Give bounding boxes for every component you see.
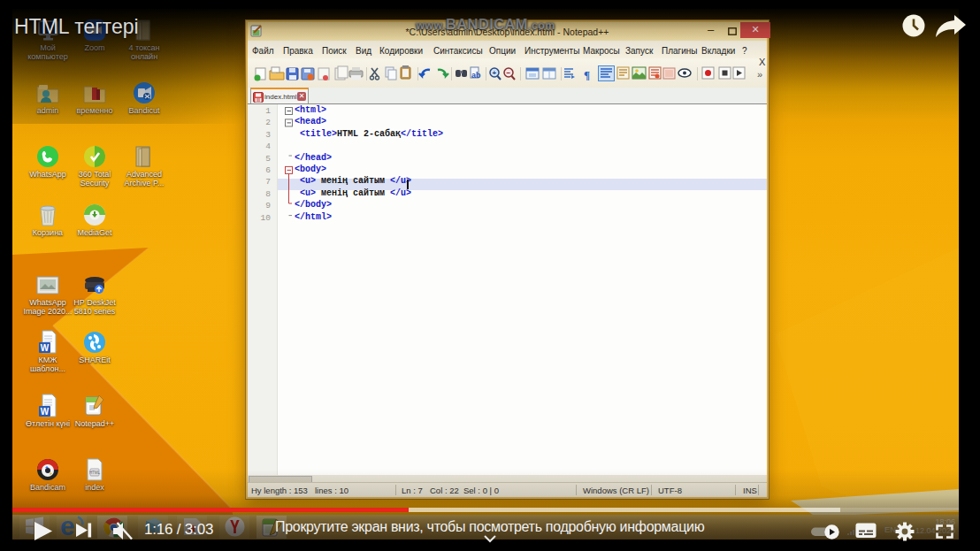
svg-text:W: W <box>41 407 50 417</box>
svg-text:W: W <box>41 343 50 353</box>
